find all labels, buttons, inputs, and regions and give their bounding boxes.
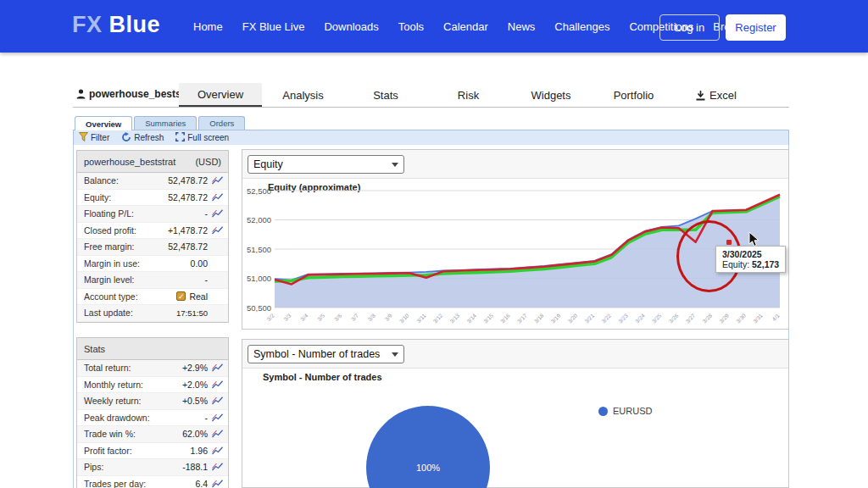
fullscreen-icon bbox=[175, 132, 185, 143]
tooltip-value-label: Equity: bbox=[722, 259, 752, 269]
top-navbar: FX Blue HomeFX Blue LiveDownloadsToolsCa… bbox=[0, 0, 868, 53]
x-axis-tick-label: 3/8 bbox=[367, 312, 377, 322]
stats-row-monthly-return: Monthly return:+2.0% bbox=[77, 377, 228, 394]
x-axis-tick-label: 3/17 bbox=[516, 312, 528, 324]
mini-chart-icon bbox=[212, 209, 223, 218]
logo-fx: FX bbox=[72, 12, 103, 37]
equity-line-chart: 52,50052,00051,50051,00050,5003/23/33/43… bbox=[246, 180, 787, 330]
row-value: 52,478.72 bbox=[168, 192, 208, 202]
equity-area-fill bbox=[275, 195, 780, 308]
row-value: 52,478.72 bbox=[168, 175, 208, 186]
row-value: 0.00 bbox=[191, 258, 208, 269]
account-info-panel: powerhouse_beststrat (USD) Balance:52,47… bbox=[76, 150, 229, 323]
account-row-floating-p-l: Floating P/L:- bbox=[77, 206, 228, 223]
row-value: - bbox=[205, 413, 209, 423]
x-axis-tick-label: 3/9 bbox=[383, 312, 393, 322]
register-button[interactable]: Register bbox=[726, 14, 786, 41]
mini-chart-icon bbox=[212, 446, 223, 455]
x-axis-tick-label: 3/27 bbox=[684, 312, 696, 324]
account-row-balance: Balance:52,478.72 bbox=[77, 173, 228, 190]
x-axis-tick-label: 3/22 bbox=[600, 312, 612, 324]
nav-item-home[interactable]: Home bbox=[193, 20, 223, 33]
x-axis-tick-label: 3/25 bbox=[651, 312, 663, 324]
subtab-overview[interactable]: Overview bbox=[75, 116, 132, 130]
legend-label: EURUSD bbox=[613, 406, 652, 416]
nav-item-fx-blue-live[interactable]: FX Blue Live bbox=[242, 20, 305, 33]
mini-chart-icon bbox=[212, 480, 223, 488]
mini-chart-icon bbox=[212, 463, 223, 471]
toolbar-refresh-button[interactable]: Refresh bbox=[121, 132, 164, 144]
stats-row-profit-factor: Profit factor:1.96 bbox=[77, 443, 228, 460]
row-value: -188.1 bbox=[182, 462, 208, 472]
equity-chart-select[interactable]: Equity bbox=[248, 155, 404, 174]
x-axis-tick-label: 3/16 bbox=[499, 312, 511, 324]
tab-overview[interactable]: Overview bbox=[179, 83, 262, 108]
nav-item-downloads[interactable]: Downloads bbox=[324, 20, 378, 33]
row-value: - bbox=[205, 274, 209, 285]
subtab-bar: OverviewSummariesOrders bbox=[75, 116, 245, 130]
filter-icon bbox=[79, 132, 88, 143]
x-axis-tick-label: 3/7 bbox=[350, 312, 360, 322]
mini-chart-icon bbox=[212, 413, 223, 422]
nav-item-calendar[interactable]: Calendar bbox=[443, 20, 488, 33]
tab-stats[interactable]: Stats bbox=[344, 83, 427, 108]
nav-item-news[interactable]: News bbox=[508, 20, 536, 33]
row-label: Account type: bbox=[84, 291, 176, 302]
x-axis-tick-label: 3/30 bbox=[735, 312, 747, 324]
subtab-orders[interactable]: Orders bbox=[198, 116, 245, 130]
nav-item-tools[interactable]: Tools bbox=[398, 20, 424, 33]
subtab-summaries[interactable]: Summaries bbox=[134, 116, 197, 130]
toolbar-filter-button[interactable]: Filter bbox=[79, 132, 109, 143]
login-button[interactable]: Log in bbox=[659, 14, 720, 41]
stats-row-peak-drawdown: Peak drawdown:- bbox=[77, 410, 228, 427]
mini-chart-icon bbox=[212, 396, 223, 405]
tooltip-value: Equity: 52,173 bbox=[722, 259, 779, 269]
mini-chart-icon bbox=[212, 380, 223, 389]
real-account-checkbox-icon: ✓ bbox=[176, 291, 186, 301]
row-value: +2.9% bbox=[182, 363, 208, 373]
row-value: 52,478.72 bbox=[168, 241, 208, 252]
account-row-free-margin: Free margin:52,478.72 bbox=[77, 239, 228, 256]
legend-dot-icon bbox=[598, 407, 608, 416]
x-axis-tick-label: 3/31 bbox=[752, 312, 764, 324]
mini-chart-icon bbox=[212, 226, 223, 235]
row-label: Peak drawdown: bbox=[84, 413, 205, 423]
equity-chart-area: Equity (approximate) 52,50052,00051,5005… bbox=[242, 178, 788, 329]
account-row-last-update: Last update:17:51:50 bbox=[77, 305, 228, 322]
download-icon bbox=[696, 91, 705, 101]
row-label: Last update: bbox=[84, 308, 176, 318]
tab-analysis[interactable]: Analysis bbox=[262, 83, 345, 108]
equity-tooltip: 3/30/2025 Equity: 52,173 bbox=[715, 246, 786, 273]
stats-row-trade-win: Trade win %:62.0% bbox=[77, 426, 228, 443]
x-axis-tick-label: 3/19 bbox=[550, 312, 562, 324]
tab-excel-download[interactable]: Excel bbox=[675, 83, 758, 108]
row-label: Balance: bbox=[84, 175, 168, 186]
tab-portfolio[interactable]: Portfolio bbox=[593, 83, 676, 108]
row-value: Real bbox=[189, 291, 208, 302]
x-axis-tick-label: 4/1 bbox=[771, 312, 781, 322]
x-axis-tick-label: 3/12 bbox=[431, 312, 443, 324]
tab-widgets[interactable]: Widgets bbox=[509, 83, 593, 108]
row-label: Free margin: bbox=[84, 241, 168, 252]
x-axis-tick-label: 3/13 bbox=[448, 312, 460, 324]
y-axis-tick-label: 50,500 bbox=[247, 303, 271, 313]
x-axis-tick-label: 3/5 bbox=[316, 312, 326, 322]
x-axis-tick-label: 3/10 bbox=[398, 312, 410, 324]
account-tab-row: powerhouse_beststrat OverviewAnalysisSta… bbox=[73, 83, 789, 108]
tab-risk[interactable]: Risk bbox=[427, 83, 510, 108]
row-label: Closed profit: bbox=[84, 225, 168, 236]
row-label: Trades per day: bbox=[84, 479, 195, 488]
pie-slice-label: 100% bbox=[416, 463, 440, 473]
toolbar-full-screen-button[interactable]: Full screen bbox=[175, 132, 229, 143]
row-label: Margin level: bbox=[84, 274, 205, 285]
x-axis-tick-label: 3/21 bbox=[583, 312, 595, 324]
symbol-chart-select[interactable]: Symbol - Number of trades bbox=[248, 345, 404, 363]
x-axis-tick-label: 3/24 bbox=[634, 312, 646, 324]
row-value: 1.96 bbox=[191, 446, 208, 456]
row-label: Weekly return: bbox=[84, 396, 182, 406]
nav-item-challenges[interactable]: Challenges bbox=[554, 20, 609, 33]
row-value: - bbox=[205, 208, 209, 219]
fxblue-logo[interactable]: FX Blue bbox=[72, 12, 160, 38]
tab-excel-label: Excel bbox=[709, 89, 737, 102]
stats-row-trades-per-day: Trades per day:6.4 bbox=[77, 476, 228, 488]
